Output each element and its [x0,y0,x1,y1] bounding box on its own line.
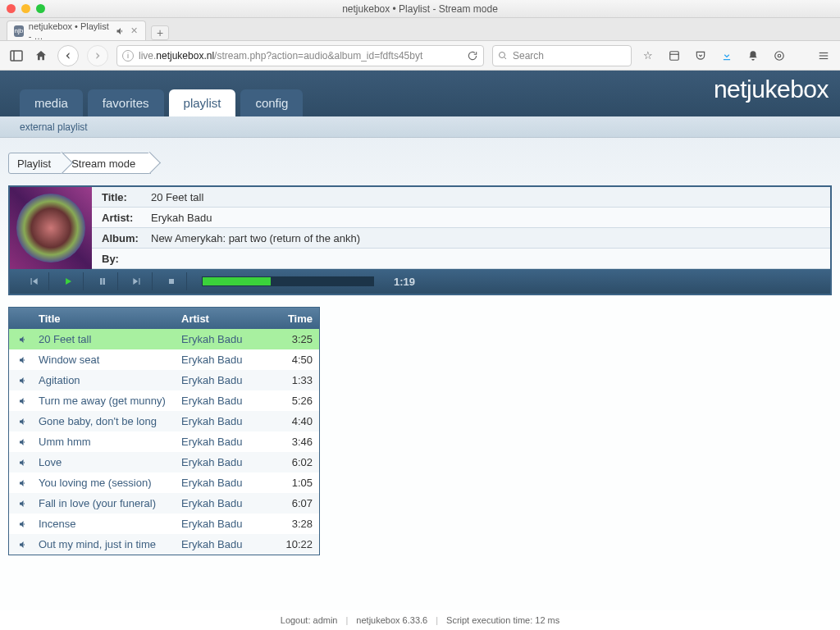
search-placeholder: Search [513,50,544,62]
logout-link[interactable]: Logout: admin [281,615,338,625]
tab-media[interactable]: media [20,89,83,116]
track-artist[interactable]: Erykah Badu [181,477,276,489]
addon-icon[interactable] [771,48,788,64]
track-artist[interactable]: Erykah Badu [181,374,276,386]
tab-playlist[interactable]: playlist [169,89,236,116]
track-artist[interactable]: Erykah Badu [181,333,276,345]
prev-track-button[interactable] [18,272,49,290]
back-button[interactable] [57,45,79,66]
sound-icon[interactable] [116,25,126,37]
playlist-table: Title Artist Time 20 Feet tallErykah Bad… [8,307,320,555]
next-track-button[interactable] [121,272,153,290]
close-tab-icon[interactable]: ✕ [130,26,139,36]
track-artist[interactable]: Erykah Badu [181,436,276,448]
menu-icon[interactable] [815,48,832,64]
playlist-row[interactable]: LoveErykah Badu6:02 [9,452,319,472]
version-link[interactable]: netjukebox 6.33.6 [356,615,427,625]
tab-config[interactable]: config [240,89,303,116]
playlist-row[interactable]: 20 Feet tallErykah Badu3:25 [9,329,319,349]
pause-button[interactable] [87,272,118,290]
track-artist[interactable]: Erykah Badu [181,415,276,427]
col-header-title[interactable]: Title [37,313,181,325]
playlist-row[interactable]: IncenseErykah Badu3:28 [9,514,319,534]
playlist-row[interactable]: Out my mind, just in timeErykah Badu10:2… [9,534,319,555]
breadcrumb-item[interactable]: Playlist [8,153,63,174]
track-title[interactable]: Incense [37,518,181,530]
track-title[interactable]: Agitation [37,374,181,386]
playlist-row[interactable]: Turn me away (get munny)Erykah Badu5:26 [9,390,319,411]
subnav-link[interactable]: external playlist [0,116,840,138]
app-header: netjukebox mediafavoritesplaylistconfig [0,71,840,116]
browser-toolbar: i live.netjukebox.nl/stream.php?action=a… [0,41,840,71]
footer: Logout: admin | netjukebox 6.33.6 | Scri… [0,610,840,630]
sidebar-toggle-icon[interactable] [8,48,25,64]
breadcrumb: PlaylistStream mode [8,153,832,174]
pocket-icon[interactable] [692,48,709,64]
now-playing-panel: Title:20 Feet tallArtist:Erykah BaduAlbu… [8,185,832,295]
tab-favorites[interactable]: favorites [88,89,164,116]
track-time: 6:02 [276,456,319,468]
track-title[interactable]: Umm hmm [37,436,181,448]
forward-button[interactable] [87,45,108,66]
playlist-row[interactable]: Gone baby, don't be longErykah Badu4:40 [9,411,319,431]
track-title[interactable]: Love [37,456,181,468]
search-icon [498,51,508,61]
reload-icon[interactable] [467,50,478,62]
browser-tab-title: netjukebox • Playlist - … [29,21,111,41]
playlist-row[interactable]: Fall in love (your funeral)Erykah Badu6:… [9,493,319,514]
track-title[interactable]: You loving me (session) [37,477,181,489]
new-tab-button[interactable]: + [151,25,169,40]
album-art [10,187,92,269]
meta-label: Artist: [102,212,151,224]
track-time: 1:05 [276,477,319,489]
window-title: netjukebox • Playlist - Stream mode [0,3,840,15]
elapsed-time: 1:19 [394,276,415,288]
stop-button[interactable] [156,272,187,290]
track-time: 3:46 [276,436,319,448]
url-text: live.netjukebox.nl/stream.php?action=aud… [139,50,422,62]
playlist-row[interactable]: You loving me (session)Erykah Badu1:05 [9,472,319,493]
meta-value: New Amerykah: part two (return of the an… [151,232,360,244]
sound-icon [9,478,37,488]
play-button[interactable] [52,272,84,290]
track-title[interactable]: Fall in love (your funeral) [37,497,181,509]
library-icon[interactable] [666,48,682,64]
info-icon[interactable]: i [122,50,134,62]
playlist-row[interactable]: Umm hmmErykah Badu3:46 [9,431,319,452]
col-header-artist[interactable]: Artist [181,313,276,325]
track-artist[interactable]: Erykah Badu [181,395,276,407]
meta-row: By: [92,249,830,269]
meta-label: By: [102,253,151,265]
track-title[interactable]: Gone baby, don't be long [37,415,181,427]
search-bar[interactable]: Search [492,45,632,66]
sound-icon [9,540,37,550]
window-titlebar: netjukebox • Playlist - Stream mode [0,0,840,18]
browser-tab[interactable]: njb netjukebox • Playlist - … ✕ [7,21,146,40]
url-bar[interactable]: i live.netjukebox.nl/stream.php?action=a… [116,45,484,66]
track-artist[interactable]: Erykah Badu [181,354,276,366]
track-title[interactable]: Turn me away (get munny) [37,395,181,407]
track-time: 1:33 [276,374,319,386]
col-header-time[interactable]: Time [276,313,319,325]
notifications-icon[interactable] [745,48,761,64]
svg-rect-4 [670,51,679,60]
sound-icon [9,335,37,345]
track-artist[interactable]: Erykah Badu [181,538,276,550]
track-title[interactable]: 20 Feet tall [37,333,181,345]
meta-row: Album:New Amerykah: part two (return of … [92,228,830,249]
track-artist[interactable]: Erykah Badu [181,518,276,530]
track-title[interactable]: Out my mind, just in time [37,538,181,550]
playlist-row[interactable]: Window seatErykah Badu4:50 [9,349,319,370]
track-title[interactable]: Window seat [37,354,181,366]
breadcrumb-item[interactable]: Stream mode [62,153,151,174]
svg-point-2 [500,52,505,57]
playlist-row[interactable]: AgitationErykah Badu1:33 [9,370,319,390]
download-icon[interactable] [719,48,735,64]
svg-rect-9 [819,55,829,56]
track-artist[interactable]: Erykah Badu [181,456,276,468]
svg-rect-0 [11,51,22,61]
progress-bar[interactable] [202,276,374,286]
home-icon[interactable] [33,48,49,64]
track-artist[interactable]: Erykah Badu [181,497,276,509]
bookmark-icon[interactable]: ☆ [640,48,656,64]
